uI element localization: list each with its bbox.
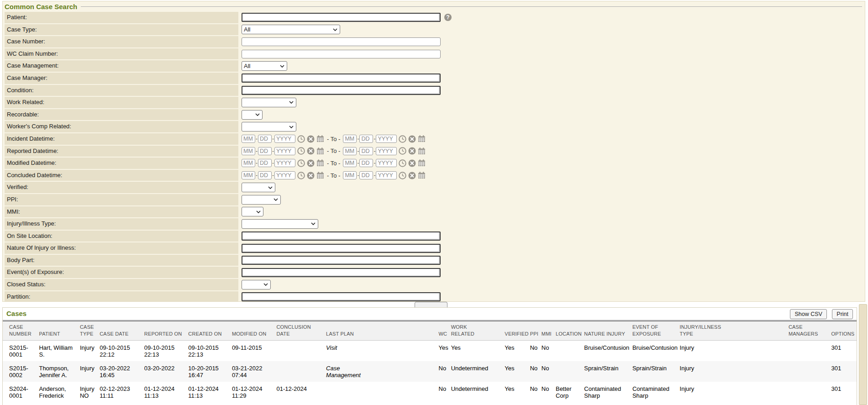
to-dd-input[interactable] [359, 159, 373, 167]
to-mm-input[interactable] [343, 147, 357, 155]
clear-icon[interactable] [408, 159, 416, 167]
cell-wc: No [439, 361, 451, 382]
print-button[interactable]: Print [832, 309, 853, 319]
calendar-icon[interactable] [316, 135, 324, 142]
cell-nature_injury: Contaminated Sharp [584, 382, 632, 402]
injury-illness-type-select[interactable] [242, 219, 318, 229]
to-mm-input[interactable] [343, 171, 357, 179]
from-yyyy-input[interactable] [274, 147, 295, 155]
event-s-of-exposure-input[interactable] [242, 268, 441, 277]
table-row-S2015-0001[interactable]: S2015-0001Hart, William S.Injury09-10-20… [3, 341, 857, 362]
clock-icon[interactable] [297, 172, 305, 179]
ppi-select[interactable] [242, 195, 281, 205]
calendar-icon[interactable] [418, 147, 426, 155]
search-panel-legend: Common Case Search [5, 2, 863, 11]
to-yyyy-input[interactable] [376, 159, 397, 167]
clear-icon[interactable] [307, 172, 315, 179]
patient-input[interactable] [242, 13, 441, 22]
column-header-patient: PATIENT [39, 321, 80, 341]
clock-icon[interactable] [297, 159, 305, 167]
from-mm-input[interactable] [242, 147, 255, 155]
form-row-worker-s-comp-related: Worker's Comp Related: [5, 121, 863, 132]
case-manager-input[interactable] [242, 74, 441, 83]
partition-input[interactable] [242, 292, 441, 301]
from-yyyy-input[interactable] [274, 159, 295, 167]
clock-icon[interactable] [399, 147, 406, 155]
closed-status-select[interactable] [242, 280, 271, 289]
table-row-S2015-0002[interactable]: S2015-0002Thompson, Jennifer A.Injury03-… [3, 361, 857, 382]
to-yyyy-input[interactable] [376, 147, 397, 155]
table-row-S2024-0001[interactable]: S2024-0001Anderson, FrederickInjury NO02… [3, 382, 857, 402]
clock-icon[interactable] [399, 159, 406, 167]
form-row-verified: Verified: [5, 182, 863, 193]
vertical-scrollbar[interactable] [859, 304, 867, 405]
from-mm-input[interactable] [242, 159, 255, 167]
field-label: Body Part: [5, 255, 238, 266]
on-site-location-input[interactable] [242, 231, 441, 241]
to-yyyy-input[interactable] [376, 171, 397, 179]
show-csv-button[interactable]: Show CSV [790, 309, 826, 319]
clear-icon[interactable] [307, 147, 315, 155]
calendar-icon[interactable] [316, 159, 324, 167]
clear-icon[interactable] [408, 135, 416, 143]
form-row-ppi: PPI: [5, 194, 863, 205]
from-dd-input[interactable] [258, 147, 272, 155]
from-yyyy-input[interactable] [274, 171, 295, 179]
clear-icon[interactable] [307, 159, 315, 167]
from-dd-input[interactable] [258, 159, 272, 167]
clear-icon[interactable] [307, 135, 315, 143]
body-part-input[interactable] [242, 256, 441, 265]
from-mm-input[interactable] [242, 135, 255, 143]
calendar-icon[interactable] [418, 159, 426, 167]
cell-work_related: Yes [451, 341, 505, 362]
to-dd-input[interactable] [359, 135, 373, 143]
from-yyyy-input[interactable] [274, 135, 295, 143]
from-mm-input[interactable] [242, 171, 255, 179]
column-header-case_number: CASE NUMBER [3, 321, 39, 341]
to-dd-input[interactable] [359, 171, 373, 179]
calendar-icon[interactable] [316, 147, 324, 155]
column-header-case_type: CASE TYPE [80, 321, 100, 341]
help-icon[interactable]: ? [444, 14, 452, 21]
to-mm-input[interactable] [343, 159, 357, 167]
clock-icon[interactable] [297, 135, 305, 143]
nature-of-injury-or-illness-input[interactable] [242, 244, 441, 253]
calendar-icon[interactable] [316, 172, 324, 179]
form-row-incident-datetime: Incident Datetime:--- To --- [5, 133, 863, 145]
case-number-input[interactable] [242, 37, 441, 46]
verified-select[interactable] [242, 183, 275, 192]
calendar-icon[interactable] [418, 135, 426, 142]
case-management-select[interactable]: All [242, 61, 287, 71]
to-dd-input[interactable] [359, 147, 373, 155]
clear-icon[interactable] [408, 172, 416, 179]
dash-separator: - [272, 172, 274, 179]
case-type-select[interactable]: All [242, 25, 340, 34]
clear-icon[interactable] [408, 147, 416, 155]
search-button-clipped[interactable] [415, 302, 447, 307]
to-mm-input[interactable] [343, 135, 357, 143]
cell-reported_on: 03-20-2022 [144, 361, 189, 382]
cell-case_managers [789, 341, 831, 362]
field-control: --- To --- [242, 147, 426, 155]
clock-icon[interactable] [399, 135, 406, 143]
to-yyyy-input[interactable] [376, 135, 397, 143]
cell-location: Better Corp [556, 382, 584, 402]
worker-s-comp-related-select[interactable] [242, 122, 296, 131]
cases-table-body: S2015-0001Hart, William S.Injury09-10-20… [3, 341, 857, 403]
cell-modified_on: 09-11-2015 [232, 341, 277, 362]
field-control [242, 219, 318, 229]
work-related-select[interactable] [242, 98, 296, 107]
from-dd-input[interactable] [258, 171, 272, 179]
from-dd-input[interactable] [258, 135, 272, 143]
cell-event_of_exposure: Bruise/Contusion [632, 341, 680, 362]
wc-claim-number-input[interactable] [242, 50, 441, 58]
clock-icon[interactable] [297, 147, 305, 155]
cases-header: Cases Show CSV Print [3, 308, 857, 320]
mmi-select[interactable] [242, 207, 263, 216]
clock-icon[interactable] [399, 172, 406, 179]
recordable-select[interactable] [242, 110, 263, 120]
calendar-icon[interactable] [418, 172, 426, 179]
field-control: All [242, 25, 340, 34]
condition-input[interactable] [242, 86, 441, 95]
field-label: Worker's Comp Related: [5, 121, 238, 132]
